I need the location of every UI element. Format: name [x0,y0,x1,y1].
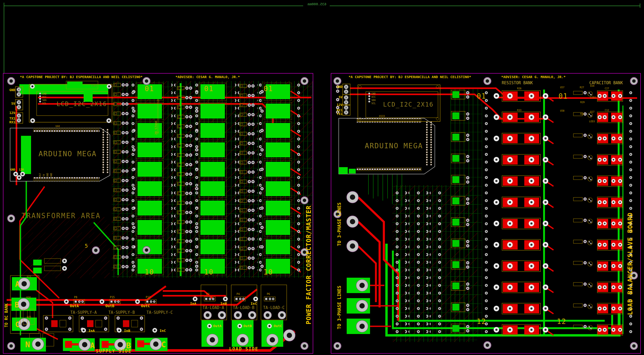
terminal-label: RX1 [337,108,342,112]
load-in-labels: InAInBInC [190,302,261,306]
ruler-line-left [4,6,303,6]
lcd-title: LCD_I2C_2X16 [57,101,107,107]
resistor-bank [494,91,548,335]
supply-out-label: OutA [70,304,81,308]
column-number: 10 [145,268,154,276]
res-bank-num-bottom: 12 [477,318,486,325]
load-header-refs: P2P4P6 [206,293,272,295]
credit-text: *A CAPSTONE PROJECT BY: BJ ESPERANCILLA … [349,75,471,79]
phase-line-pads-upper [347,191,358,252]
slave-board-artwork [331,74,641,354]
arduino-title: ARDUINO MEGA [38,150,97,157]
ref-r29: R29 [580,101,585,104]
supply-header-refs: P8P15P13 [74,296,153,299]
lcd-pin-label: VCC [371,96,376,98]
lcd-title: LCD_I2C_2X16 [383,102,433,108]
lcd-pin-labels: GNDVCCSDASCL [42,92,46,105]
supply-out-labels: OutAOutBOutC [70,304,152,308]
transformer-area-label: TRANSFORMER AREA [22,212,101,219]
column-numbers-top: 010101 [145,85,273,93]
phase-line-blocks-lower [347,278,370,334]
terminal-label: GND [337,85,342,89]
column-number: 10 [204,268,214,276]
slave-board[interactable]: *A CAPSTONE PROJECT BY: BJ ESPERANCILLA … [331,73,641,354]
terminal-label: TX1 [9,117,15,120]
ref-q17: Q17 [590,111,594,113]
supply-out-label: OutC [141,304,152,308]
load-side-label: LOAD SIDE [229,346,258,352]
terminal-labels: GND5V12VRX1TX1 [332,84,342,116]
terminal-label: TX1 [337,112,342,116]
lcd-pin-label: GND [42,92,46,95]
arduino-pin-label: RST [39,173,41,177]
arduino-ref: U133 [379,115,385,117]
ta-supply-label: TA-SUPPLY-C [147,310,173,315]
arduino-ref: U44 [55,125,60,128]
lcd-pin-labels: GNDVCCSDASCL [371,92,376,105]
rc-ref: U25 [27,316,31,318]
load-in-label: InA [190,302,201,306]
load-out-label: OutA [213,324,224,328]
ref-r26: R26 [517,87,521,90]
terminal-label: 5V [339,95,342,99]
phase-lines-label-upper: TO 3-PHASE LINES [337,191,342,257]
ruler-tick-right [640,3,640,8]
ref-q16: Q16 [590,85,594,87]
rc-phase-label: A [15,280,20,289]
ref-r27: R27 [580,86,584,89]
ref-r33: R33 [517,109,521,112]
load-out-labels: OutAOutBOutC [213,324,285,328]
rc-ref: U24 [26,296,31,299]
slave-board-title: LOAD BALANCER/SLAVE BOARD [626,197,634,331]
ta-load-label: TA-LOAD-B [233,305,256,310]
lcd-pin-label: SCL [42,102,46,105]
header-ref: P6 [267,293,272,295]
credit-text: *A CAPSTONE PROJECT BY: BJ ESPERANCILLA … [20,75,143,79]
phase-lines-label-lower: TO 3-PHASE LINES [337,276,342,339]
load-ta-labels: TA-LOAD-ATA-LOAD-BTA-LOAD-C [203,305,286,310]
arduino-pin-label: 5V [43,174,45,177]
column-number: 01 [145,85,154,93]
arduino-power-labels: GND12V [10,168,24,171]
ref-u58: U58 [560,110,564,112]
cap-bank-num-top: 01 [559,93,568,100]
small-parts-column [573,91,593,330]
phase-label-n: N [25,340,30,349]
rc-phase-label: C [15,320,20,329]
ref-led3: LED3 [589,120,595,123]
terminal-label: 12V [337,103,342,107]
ref-c12: C12 [605,109,609,112]
ref-c27: C27 [605,87,609,90]
ruler-line-right [330,6,640,6]
supply-ta-labels: TA-SUPPLY-ATA-SUPPLY-BTA-SUPPLY-C [70,310,173,315]
terminal-label: RX1 [9,120,15,124]
master-board[interactable]: *A CAPSTONE PROJECT BY: BJ ESPERANCILLA … [3,73,313,354]
cap-bank-num-bottom: 12 [557,318,566,325]
supply-side-label: SUPPLY SIDE [96,348,132,354]
column-number: 01 [264,85,273,93]
load-out-label: OutC [274,324,285,328]
ta-load-label: TA-LOAD-C [263,305,286,310]
ref-u57: U57 [560,86,564,89]
ruler-dimension-label: 635.000mm [304,2,330,6]
coil-number: 5 [85,243,88,248]
terminal-label: 12V [9,111,15,115]
terminal-labels: GND5V12VTX1RX1 [5,86,15,124]
header-ref: P4 [237,293,242,295]
master-board-title: POWER FACTOR CORRECTOR/MASTER BOARD [305,196,313,334]
rc-bank-label: TO RC BANK [4,277,9,327]
arduino-power-label: GND [10,168,15,171]
terminal-label: 5V [11,102,15,105]
load-in-label: InB [220,302,231,306]
dimension-note: 20.574mm [154,107,158,135]
rc-phase-label: B [15,301,19,309]
column-numbers-bottom: 101010 [145,268,273,276]
lcd-ref: LCD1 [91,85,97,87]
column-number: 10 [264,268,273,276]
column-number: 01 [204,85,214,93]
supply-in-label: InC [160,329,171,333]
arduino-pin-label: GND [50,173,53,177]
adviser-text: *ADVISER: CESAR G. MANALO, JR.* [175,75,240,79]
phase-label-c: C [161,340,166,349]
load-out-label: OutB [243,324,255,328]
